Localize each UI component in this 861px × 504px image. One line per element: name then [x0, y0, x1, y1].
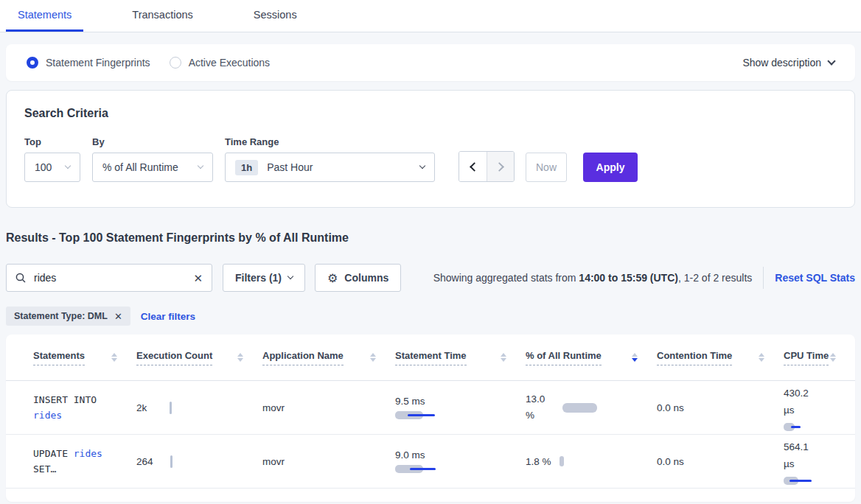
radio-statement-fingerprints[interactable]: Statement Fingerprints [27, 57, 150, 69]
contention-time-cell: 0.0 ns [657, 456, 784, 467]
column-header-statement-time[interactable]: Statement Time [395, 350, 526, 365]
statement-fingerprint-cell[interactable]: UPDATE rides SET… [33, 446, 136, 477]
sort-icon[interactable] [111, 353, 117, 362]
cpu-time-bar [784, 423, 820, 431]
next-time-button[interactable] [487, 152, 514, 181]
runtime-pct-value: 1.8 % [526, 456, 551, 467]
tab-statements[interactable]: Statements [6, 0, 83, 32]
table-row[interactable]: INSERT INTO rides 2k movr 9.5 ms 13.0 % … [6, 381, 855, 435]
results-summary: Showing aggregated stats from 14:00 to 1… [433, 272, 753, 284]
remove-filter-icon[interactable]: ✕ [114, 311, 122, 322]
chevron-down-icon [419, 163, 425, 169]
runtime-pct-cell: 13.0 % [526, 391, 657, 424]
sort-icon[interactable] [370, 353, 376, 362]
tab-sessions[interactable]: Sessions [242, 0, 309, 32]
clear-search-icon[interactable]: ✕ [193, 273, 203, 284]
runtime-pct-bar [560, 456, 564, 466]
application-name-cell: movr [262, 402, 395, 413]
radio-selected-icon [27, 57, 38, 69]
filters-button[interactable]: Filters (1) [223, 264, 305, 292]
by-select[interactable]: % of All Runtime [92, 153, 213, 182]
apply-button[interactable]: Apply [583, 153, 638, 182]
column-header-execution-count[interactable]: Execution Count [136, 350, 262, 365]
filter-pill-label: Statement Type: DML [14, 311, 108, 321]
sort-icon[interactable] [501, 353, 506, 362]
results-controls-row: ✕ Filters (1) ⚙ Columns Showing aggregat… [6, 264, 855, 292]
search-criteria-title: Search Criteria [24, 107, 837, 120]
time-range-value: Past Hour [267, 161, 313, 173]
previous-time-button[interactable] [459, 152, 487, 181]
sql-table-link[interactable]: rides [33, 410, 62, 421]
sort-icon[interactable] [237, 353, 243, 362]
column-header-label: % of All Runtime [526, 350, 602, 365]
column-header-label: Statement Time [395, 350, 467, 365]
sql-keyword: UPDATE [33, 448, 68, 459]
sort-icon-active-desc[interactable] [632, 353, 638, 362]
vertical-divider [763, 267, 764, 289]
cpu-time-bar [784, 477, 820, 485]
reset-sql-stats-link[interactable]: Reset SQL Stats [775, 272, 855, 284]
column-header-label: CPU Time [784, 350, 829, 365]
table-row[interactable]: UPDATE rides SET… 264 movr 9.0 ms 1.8 % … [6, 435, 855, 489]
clear-filters-link[interactable]: Clear filters [141, 311, 195, 322]
execution-count-cell: 2k [136, 402, 262, 414]
column-header-label: Statements [33, 350, 85, 365]
cpu-time-cell: 430.2 µs [784, 385, 855, 431]
sql-keyword: INSERT INTO [33, 394, 97, 405]
sql-table-link[interactable]: rides [74, 448, 102, 459]
now-button[interactable]: Now [526, 153, 567, 182]
filter-pill-statement-type[interactable]: Statement Type: DML ✕ [6, 307, 130, 326]
cpu-time-value: 564.1 µs [784, 438, 819, 472]
radio-active-executions[interactable]: Active Executions [170, 57, 271, 69]
column-header-runtime-pct[interactable]: % of All Runtime [526, 350, 657, 365]
active-filters-row: Statement Type: DML ✕ Clear filters [6, 307, 855, 326]
top-select[interactable]: 100 [24, 153, 80, 182]
summary-time-range: 14:00 to 15:59 (UTC) [579, 272, 678, 284]
statement-time-cell: 9.0 ms [395, 449, 526, 473]
statement-fingerprint-cell[interactable]: INSERT INTO rides [33, 392, 136, 423]
statement-time-cell: 9.5 ms [395, 396, 526, 419]
show-description-toggle[interactable]: Show description [742, 57, 834, 69]
top-field-group: Top 100 [24, 136, 80, 182]
chevron-down-icon [198, 163, 203, 169]
top-select-value: 100 [35, 161, 52, 173]
execution-count-cell: 264 [136, 455, 262, 468]
tab-transactions[interactable]: Transactions [120, 0, 204, 32]
search-icon [15, 273, 26, 283]
statement-time-value: 9.5 ms [395, 396, 526, 407]
chevron-down-icon [287, 273, 293, 279]
column-header-contention-time[interactable]: Contention Time [657, 350, 784, 365]
statement-time-bar [395, 465, 439, 473]
statement-time-value: 9.0 ms [395, 449, 526, 461]
top-label: Top [24, 136, 80, 147]
chevron-left-icon [470, 162, 479, 172]
top-tab-bar: Statements Transactions Sessions [0, 0, 861, 32]
chevron-down-icon [65, 163, 71, 169]
radio-unselected-icon [170, 57, 181, 69]
time-range-label: Time Range [225, 136, 435, 147]
sort-icon[interactable] [759, 353, 764, 362]
chevron-right-icon [495, 162, 504, 172]
column-header-statements[interactable]: Statements [33, 350, 136, 365]
column-header-label: Execution Count [136, 350, 212, 365]
results-title: Results - Top 100 Statement Fingerprints… [6, 231, 855, 245]
sort-icon[interactable] [830, 353, 836, 362]
column-header-cpu-time[interactable]: CPU Time [784, 350, 855, 365]
column-header-application-name[interactable]: Application Name [262, 350, 395, 365]
search-criteria-card: Search Criteria Top 100 By % of All Runt… [6, 90, 855, 208]
search-input[interactable] [32, 271, 193, 284]
time-range-field-group: Time Range 1h Past Hour [225, 136, 435, 182]
runtime-pct-value: 13.0 % [526, 391, 552, 424]
chevron-down-icon [827, 57, 835, 65]
summary-prefix: Showing aggregated stats from [433, 272, 579, 284]
by-select-value: % of All Runtime [102, 161, 178, 173]
summary-suffix: , 1-2 of 2 results [678, 272, 752, 284]
runtime-pct-bar [562, 403, 597, 413]
time-range-select[interactable]: 1h Past Hour [225, 153, 435, 182]
statement-time-bar [395, 411, 439, 419]
columns-label: Columns [344, 272, 388, 284]
columns-button[interactable]: ⚙ Columns [315, 264, 401, 292]
execution-count-value: 2k [136, 402, 147, 413]
execution-count-bar [170, 402, 172, 414]
column-header-label: Contention Time [657, 350, 732, 365]
